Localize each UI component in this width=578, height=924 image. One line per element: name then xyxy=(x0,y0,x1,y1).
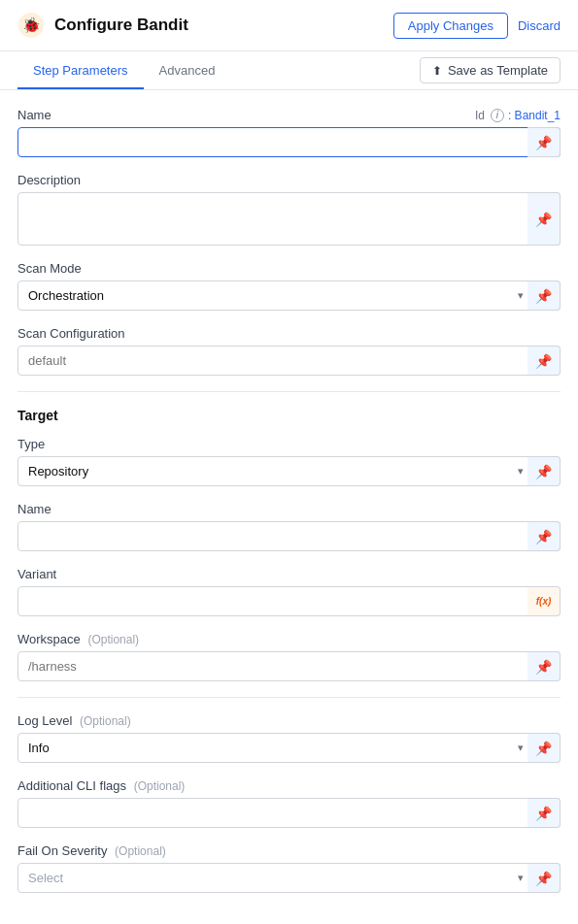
log-level-label: Log Level (Optional) xyxy=(17,713,131,728)
page-title: Configure Bandit xyxy=(54,16,188,35)
scan-config-field-row: Scan Configuration 📌 xyxy=(17,326,561,376)
discard-button[interactable]: Discard xyxy=(518,18,561,33)
header-left: 🐞 Configure Bandit xyxy=(17,12,188,39)
pin-icon: 📌 xyxy=(535,288,552,304)
pin-icon: 📌 xyxy=(535,212,552,227)
type-field-row: Type Repository Image Instance Container… xyxy=(17,437,561,486)
fail-severity-field-row: Fail On Severity (Optional) Select Low M… xyxy=(17,843,561,893)
variant-label: Variant xyxy=(17,567,56,581)
tab-bar: Step Parameters Advanced ⬆ Save as Templ… xyxy=(0,51,578,90)
workspace-optional-label: (Optional) xyxy=(87,633,139,646)
log-level-optional-label: (Optional) xyxy=(80,714,131,728)
tab-advanced[interactable]: Advanced xyxy=(144,51,231,89)
log-level-label-row: Log Level (Optional) xyxy=(17,713,561,728)
fail-severity-optional-label: (Optional) xyxy=(115,844,166,858)
fail-severity-label: Fail On Severity (Optional) xyxy=(17,843,166,858)
log-level-pin-button[interactable]: 📌 xyxy=(527,733,561,763)
id-info-icon[interactable]: i xyxy=(491,109,504,122)
scan-config-label: Scan Configuration xyxy=(17,326,125,341)
save-as-template-button[interactable]: ⬆ Save as Template xyxy=(420,57,561,83)
variant-fx-button[interactable]: f(x) xyxy=(527,586,561,616)
pin-icon: 📌 xyxy=(535,529,552,544)
svg-text:🐞: 🐞 xyxy=(22,16,41,34)
type-label-row: Type xyxy=(17,437,561,451)
variant-field-row: Variant <+codebase.branch> f(x) xyxy=(17,567,561,616)
workspace-field-row: Workspace (Optional) 📌 xyxy=(17,632,561,681)
description-input-wrap: 📌 xyxy=(17,192,561,246)
fx-icon: f(x) xyxy=(536,596,552,607)
log-divider xyxy=(17,697,561,698)
cli-flags-field-row: Additional CLI flags (Optional) 📌 xyxy=(17,778,561,828)
log-level-field-row: Log Level (Optional) Info Debug Warning … xyxy=(17,713,561,763)
cli-flags-input[interactable] xyxy=(17,798,561,828)
description-label-row: Description xyxy=(17,173,561,187)
type-label: Type xyxy=(17,437,45,451)
fail-severity-select[interactable]: Select Low Medium High Critical xyxy=(17,863,561,893)
type-select-wrap: Repository Image Instance Container ▾ 📌 xyxy=(17,456,561,486)
target-section-title: Target xyxy=(17,408,561,423)
target-name-label-row: Name xyxy=(17,502,561,516)
type-pin-button[interactable]: 📌 xyxy=(527,456,561,486)
scan-config-pin-button[interactable]: 📌 xyxy=(527,346,561,376)
pin-icon: 📌 xyxy=(535,659,552,675)
cli-flags-optional-label: (Optional) xyxy=(134,779,186,793)
cli-flags-pin-button[interactable]: 📌 xyxy=(527,798,561,828)
log-level-select-wrap: Info Debug Warning Error ▾ 📌 xyxy=(17,733,561,763)
workspace-label-row: Workspace (Optional) xyxy=(17,632,561,646)
target-name-input[interactable]: dvpwa xyxy=(17,521,561,551)
log-level-select[interactable]: Info Debug Warning Error xyxy=(17,733,561,763)
target-name-field-row: Name dvpwa 📌 xyxy=(17,502,561,551)
name-label: Name xyxy=(17,108,51,122)
scan-mode-field-row: Scan Mode Orchestration Ingestion ▾ 📌 xyxy=(17,261,561,311)
scan-mode-select[interactable]: Orchestration Ingestion xyxy=(17,280,561,311)
cli-flags-label-row: Additional CLI flags (Optional) xyxy=(17,778,561,793)
template-icon: ⬆ xyxy=(432,64,442,78)
apply-changes-button[interactable]: Apply Changes xyxy=(393,13,508,39)
type-select[interactable]: Repository Image Instance Container xyxy=(17,456,561,486)
id-display: Id i : Bandit_1 xyxy=(475,109,561,122)
name-label-row: Name Id i : Bandit_1 xyxy=(17,108,561,122)
header-right: Apply Changes Discard xyxy=(393,13,561,39)
app-logo: 🐞 xyxy=(17,12,45,39)
tab-step-parameters[interactable]: Step Parameters xyxy=(17,51,144,89)
pin-icon: 📌 xyxy=(535,353,552,369)
scan-mode-label: Scan Mode xyxy=(17,261,82,276)
scan-config-input[interactable] xyxy=(17,346,561,376)
scan-config-input-wrap: 📌 xyxy=(17,346,561,376)
target-name-input-wrap: dvpwa 📌 xyxy=(17,521,561,551)
form-content: Name Id i : Bandit_1 Bandit scan setup e… xyxy=(0,90,578,924)
fail-severity-pin-button[interactable]: 📌 xyxy=(527,863,561,893)
target-name-pin-button[interactable]: 📌 xyxy=(527,521,561,551)
scan-mode-select-wrap: Orchestration Ingestion ▾ 📌 xyxy=(17,280,561,311)
scan-config-label-row: Scan Configuration xyxy=(17,326,561,341)
name-input-wrap: Bandit scan setup example 📌 xyxy=(17,127,561,157)
name-field-row: Name Id i : Bandit_1 Bandit scan setup e… xyxy=(17,108,561,157)
scan-mode-label-row: Scan Mode xyxy=(17,261,561,276)
scan-mode-pin-button[interactable]: 📌 xyxy=(527,280,561,311)
pin-icon: 📌 xyxy=(535,464,552,479)
description-label: Description xyxy=(17,173,81,187)
workspace-label: Workspace (Optional) xyxy=(17,632,139,646)
cli-flags-label: Additional CLI flags (Optional) xyxy=(17,778,185,793)
cli-flags-input-wrap: 📌 xyxy=(17,798,561,828)
workspace-input[interactable] xyxy=(17,651,561,681)
variant-input-wrap: <+codebase.branch> f(x) xyxy=(17,586,561,616)
name-input[interactable]: Bandit scan setup example xyxy=(17,127,561,157)
pin-icon: 📌 xyxy=(535,135,552,150)
workspace-input-wrap: 📌 xyxy=(17,651,561,681)
workspace-pin-button[interactable]: 📌 xyxy=(527,651,561,681)
variant-input[interactable]: <+codebase.branch> xyxy=(17,586,561,616)
tabs-left: Step Parameters Advanced xyxy=(17,51,230,89)
variant-label-row: Variant xyxy=(17,567,561,581)
fail-severity-label-row: Fail On Severity (Optional) xyxy=(17,843,561,858)
fail-severity-select-wrap: Select Low Medium High Critical ▾ 📌 xyxy=(17,863,561,893)
pin-icon: 📌 xyxy=(535,871,552,886)
description-pin-button[interactable]: 📌 xyxy=(527,192,561,246)
pin-icon: 📌 xyxy=(535,741,552,756)
pin-icon: 📌 xyxy=(535,806,552,821)
description-input[interactable] xyxy=(17,192,561,246)
target-name-label: Name xyxy=(17,502,51,516)
name-pin-button[interactable]: 📌 xyxy=(527,127,561,157)
description-field-row: Description 📌 xyxy=(17,173,561,246)
app-header: 🐞 Configure Bandit Apply Changes Discard xyxy=(0,0,578,51)
